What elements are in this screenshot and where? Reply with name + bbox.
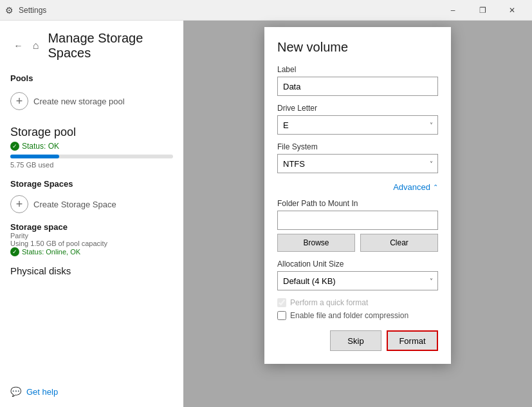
quick-format-checkbox [277, 298, 286, 307]
advanced-button[interactable]: Advanced ⌃ [393, 182, 438, 192]
create-pool-label: Create new storage pool [33, 97, 125, 106]
advanced-chevron-up: ⌃ [433, 184, 438, 191]
app-icon: ⚙ [5, 5, 14, 15]
title-bar-left: ⚙ Settings [5, 5, 46, 15]
file-system-group: File System NTFS ReFS FAT32 ˅ [277, 142, 438, 173]
browse-label: Browse [303, 238, 329, 247]
get-help-link[interactable]: 💬 Get help [10, 386, 58, 397]
create-space-plus-icon: + [10, 195, 28, 213]
dialog-overlay: New volume Label Drive Letter E F G [183, 21, 532, 407]
progress-fill [10, 155, 59, 158]
pools-section-title: Pools [10, 73, 173, 83]
browse-clear-row: Browse Clear [277, 234, 438, 252]
space-using: Using 1.50 GB of pool capacity [10, 240, 173, 247]
dialog-title: New volume [277, 40, 438, 55]
allocation-label: Allocation Unit Size [277, 260, 438, 269]
quick-format-row: Perform a quick format [277, 298, 438, 307]
home-icon: ⌂ [33, 40, 39, 52]
pool-section: Storage pool ✓ Status: OK 5.75 GB used [10, 126, 173, 169]
folder-path-group: Folder Path to Mount In Browse Clear [277, 199, 438, 252]
quick-format-label: Perform a quick format [290, 298, 368, 307]
file-system-label: File System [277, 142, 438, 151]
page-header: ← ⌂ Manage Storage Spaces [10, 31, 173, 61]
minimize-button[interactable]: – [438, 0, 468, 21]
folder-path-input[interactable] [277, 211, 438, 230]
advanced-label: Advanced [393, 182, 430, 192]
status-label: Status: OK [22, 142, 59, 151]
maximize-button[interactable]: ❐ [468, 0, 497, 21]
compression-label: Enable file and folder compression [290, 311, 408, 320]
skip-label: Skip [347, 336, 363, 346]
back-icon: ← [14, 41, 23, 51]
window-title: Settings [19, 6, 46, 15]
create-space-label: Create Storage Space [33, 200, 116, 209]
pool-name: Storage pool [10, 126, 173, 139]
advanced-section: Advanced ⌃ [277, 181, 438, 193]
file-system-select[interactable]: NTFS ReFS FAT32 [277, 154, 438, 173]
new-volume-dialog: New volume Label Drive Letter E F G [264, 27, 451, 364]
back-button[interactable]: ← [10, 37, 26, 55]
status-dot: ✓ [10, 142, 19, 151]
title-bar-controls: – ❐ ✕ [438, 0, 527, 21]
space-status-label: Status: Online, OK [22, 248, 80, 256]
space-type: Parity [10, 232, 173, 240]
create-space-button[interactable]: + Create Storage Space [10, 195, 173, 213]
create-pool-button[interactable]: + Create new storage pool [10, 90, 173, 113]
space-status-dot: ✓ [10, 247, 19, 256]
right-area: New volume Label Drive Letter E F G [183, 21, 532, 407]
allocation-group: Allocation Unit Size Default (4 KB) 512 … [277, 260, 438, 290]
plus-icon: + [10, 92, 28, 110]
folder-path-label: Folder Path to Mount In [277, 199, 438, 208]
skip-button[interactable]: Skip [330, 330, 381, 351]
clear-label: Clear [390, 238, 408, 247]
compression-checkbox[interactable] [277, 311, 286, 320]
allocation-select-wrapper: Default (4 KB) 512 bytes 1 KB 2 KB 8 KB … [277, 271, 438, 290]
drive-letter-group: Drive Letter E F G ˅ [277, 104, 438, 135]
help-icon: 💬 [10, 386, 21, 397]
left-panel: ← ⌂ Manage Storage Spaces Pools + Create… [0, 21, 183, 407]
dialog-footer: Skip Format [277, 330, 438, 351]
label-group: Label [277, 65, 438, 96]
pool-used: 5.75 GB used [10, 161, 173, 169]
label-field-label: Label [277, 65, 438, 74]
space-status: ✓ Status: Online, OK [10, 247, 173, 256]
clear-button[interactable]: Clear [360, 234, 438, 252]
drive-letter-select[interactable]: E F G [277, 115, 438, 135]
label-input[interactable] [277, 77, 438, 96]
title-bar: ⚙ Settings – ❐ ✕ [0, 0, 532, 21]
physical-disks-title: Physical disks [10, 265, 173, 276]
format-button[interactable]: Format [387, 330, 438, 351]
compression-row: Enable file and folder compression [277, 311, 438, 320]
page-title: Manage Storage Spaces [48, 31, 173, 61]
storage-spaces-title: Storage Spaces [10, 179, 173, 189]
allocation-select[interactable]: Default (4 KB) 512 bytes 1 KB 2 KB 8 KB [277, 271, 438, 290]
file-system-select-wrapper: NTFS ReFS FAT32 ˅ [277, 154, 438, 173]
drive-letter-select-wrapper: E F G ˅ [277, 115, 438, 135]
get-help-label: Get help [26, 387, 58, 397]
progress-bar [10, 155, 173, 158]
space-item: Storage space Parity Using 1.50 GB of po… [10, 222, 173, 256]
app-area: ← ⌂ Manage Storage Spaces Pools + Create… [0, 21, 532, 407]
browse-button[interactable]: Browse [277, 234, 355, 252]
format-label: Format [399, 336, 425, 346]
drive-letter-label: Drive Letter [277, 104, 438, 113]
space-name: Storage space [10, 222, 173, 232]
close-button[interactable]: ✕ [497, 0, 527, 21]
pool-status: ✓ Status: OK [10, 142, 173, 151]
